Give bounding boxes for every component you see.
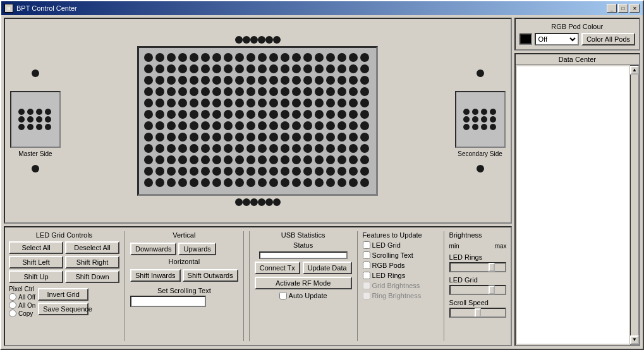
led-dot[interactable] [337, 64, 346, 73]
maximize-button[interactable]: □ [618, 4, 628, 13]
led-dot[interactable] [235, 155, 244, 164]
scroll-speed-slider[interactable] [449, 308, 506, 318]
led-dot[interactable] [167, 121, 176, 130]
led-dot[interactable] [167, 76, 176, 85]
led-dot[interactable] [167, 99, 176, 107]
led-dot[interactable] [144, 121, 153, 130]
led-dot[interactable] [360, 167, 369, 176]
led-dot[interactable] [303, 53, 312, 62]
led-dot[interactable] [144, 99, 153, 107]
led-dot[interactable] [155, 121, 164, 130]
led-dot[interactable] [281, 178, 289, 187]
shift-inwards-button[interactable]: Shift Inwards [130, 269, 181, 282]
save-sequence-button[interactable]: Save Sequence [38, 303, 88, 315]
led-dot[interactable] [269, 178, 278, 187]
led-dot[interactable] [167, 87, 176, 96]
led-dot[interactable] [224, 76, 233, 85]
led-dot[interactable] [224, 133, 233, 142]
scrolling-text-input[interactable] [130, 296, 206, 307]
led-dot[interactable] [303, 87, 312, 96]
color-all-pods-button[interactable]: Color All Pods [581, 33, 635, 45]
close-button[interactable]: ✕ [629, 4, 640, 13]
rgb-color-select[interactable]: Off Red Green Blue [535, 33, 579, 45]
led-dot[interactable] [326, 53, 335, 62]
upwards-button[interactable]: Upwards [178, 243, 216, 255]
led-dot[interactable] [235, 110, 244, 119]
led-dot[interactable] [315, 64, 324, 73]
led-dot[interactable] [212, 178, 221, 187]
downwards-button[interactable]: Downwards [130, 243, 176, 255]
led-dot[interactable] [281, 155, 289, 164]
led-dot[interactable] [269, 76, 278, 85]
led-dot[interactable] [269, 121, 278, 130]
led-dot[interactable] [155, 64, 164, 73]
led-dot[interactable] [178, 167, 187, 176]
led-dot[interactable] [167, 155, 176, 164]
led-dot[interactable] [337, 110, 346, 119]
led-dot[interactable] [360, 178, 369, 187]
led-dot[interactable] [224, 110, 233, 119]
led-dot[interactable] [201, 99, 210, 107]
led-dot[interactable] [281, 64, 289, 73]
led-dot[interactable] [155, 76, 164, 85]
led-dot[interactable] [292, 178, 301, 187]
led-dot[interactable] [281, 133, 289, 142]
led-dot[interactable] [224, 144, 233, 153]
led-dot[interactable] [303, 178, 312, 187]
led-dot[interactable] [178, 133, 187, 142]
shift-up-button[interactable]: Shift Up [9, 270, 63, 283]
led-dot[interactable] [224, 155, 233, 164]
led-dot[interactable] [190, 167, 198, 176]
led-dot[interactable] [155, 53, 164, 62]
led-dot[interactable] [178, 144, 187, 153]
led-dot[interactable] [303, 64, 312, 73]
connect-tx-button[interactable]: Connect Tx [255, 262, 300, 274]
led-dot[interactable] [235, 64, 244, 73]
led-dot[interactable] [281, 53, 289, 62]
led-dot[interactable] [212, 53, 221, 62]
led-dot[interactable] [144, 167, 153, 176]
led-dot[interactable] [178, 53, 187, 62]
led-dot[interactable] [337, 121, 346, 130]
led-dot[interactable] [281, 76, 289, 85]
led-dot[interactable] [235, 121, 244, 130]
led-dot[interactable] [258, 121, 267, 130]
led-dot[interactable] [224, 167, 233, 176]
led-dot[interactable] [292, 110, 301, 119]
led-dot[interactable] [360, 64, 369, 73]
led-dot[interactable] [190, 178, 198, 187]
led-dot[interactable] [178, 178, 187, 187]
led-dot[interactable] [292, 121, 301, 130]
led-dot[interactable] [258, 87, 267, 96]
led-dot[interactable] [349, 87, 358, 96]
led-dot[interactable] [224, 53, 233, 62]
led-dot[interactable] [337, 87, 346, 96]
led-dot[interactable] [190, 53, 198, 62]
led-dot[interactable] [292, 155, 301, 164]
led-grid-slider[interactable] [449, 285, 506, 295]
led-dot[interactable] [315, 76, 324, 85]
led-dot[interactable] [258, 133, 267, 142]
led-dot[interactable] [303, 167, 312, 176]
led-dot[interactable] [326, 133, 335, 142]
led-dot[interactable] [212, 121, 221, 130]
led-dot[interactable] [144, 178, 153, 187]
led-dot[interactable] [315, 53, 324, 62]
led-dot[interactable] [258, 64, 267, 73]
led-dot[interactable] [144, 87, 153, 96]
led-dot[interactable] [167, 110, 176, 119]
led-dot[interactable] [201, 167, 210, 176]
led-dot[interactable] [235, 167, 244, 176]
shift-outwards-button[interactable]: Shift Outwards [183, 269, 238, 282]
led-dot[interactable] [224, 99, 233, 107]
led-dot[interactable] [190, 121, 198, 130]
led-dot[interactable] [258, 110, 267, 119]
led-dot[interactable] [360, 155, 369, 164]
led-dot[interactable] [246, 76, 255, 85]
led-dot[interactable] [201, 64, 210, 73]
led-dot[interactable] [167, 53, 176, 62]
led-dot[interactable] [303, 99, 312, 107]
led-dot[interactable] [337, 76, 346, 85]
led-dot[interactable] [337, 144, 346, 153]
led-dot[interactable] [303, 155, 312, 164]
